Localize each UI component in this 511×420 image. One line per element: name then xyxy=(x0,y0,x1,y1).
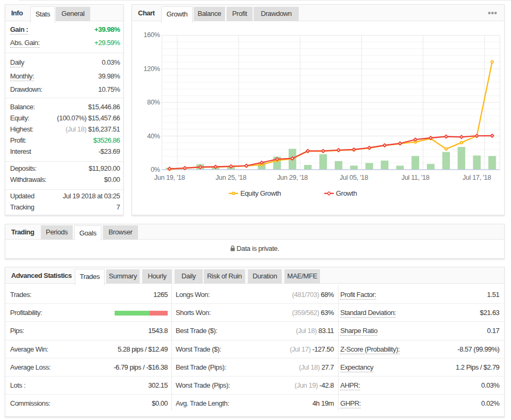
svg-text:160%: 160% xyxy=(143,31,160,39)
svg-text:Jun 25, '18: Jun 25, '18 xyxy=(215,174,246,181)
svg-text:Jul 11, '18: Jul 11, '18 xyxy=(401,174,429,181)
svg-text:Jun 29, '18: Jun 29, '18 xyxy=(277,174,308,181)
svg-text:120%: 120% xyxy=(143,65,160,73)
svg-text:Growth: Growth xyxy=(336,189,357,197)
svg-text:Jul 17, '18: Jul 17, '18 xyxy=(463,174,491,181)
svg-text:Equity Growth: Equity Growth xyxy=(240,189,281,197)
svg-text:0%: 0% xyxy=(151,166,160,173)
svg-text:40%: 40% xyxy=(147,133,160,140)
svg-text:80%: 80% xyxy=(147,99,160,106)
svg-text:Jul 05, '18: Jul 05, '18 xyxy=(340,174,368,181)
svg-text:Jun 19, '18: Jun 19, '18 xyxy=(154,174,185,181)
